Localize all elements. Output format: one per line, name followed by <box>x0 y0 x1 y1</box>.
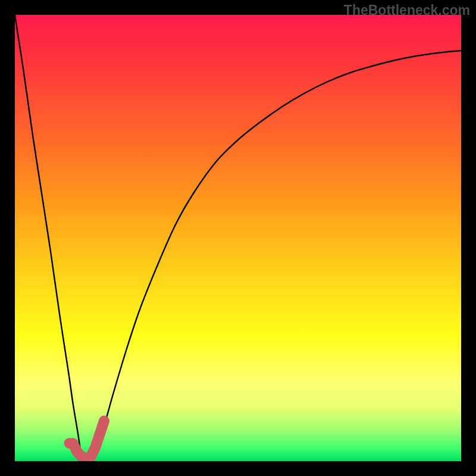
highlight-j-stroke <box>73 421 105 459</box>
highlight-dot <box>64 438 75 449</box>
chart-svg <box>15 15 461 461</box>
bottleneck-curve <box>15 15 461 461</box>
chart-frame: TheBottleneck.com <box>0 0 476 476</box>
plot-area <box>15 15 461 461</box>
watermark-text: TheBottleneck.com <box>344 2 470 18</box>
